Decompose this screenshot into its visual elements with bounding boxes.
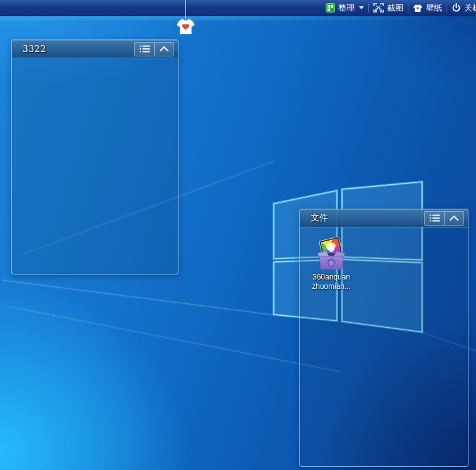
desktop: 整理 截图 壁纸 bbox=[0, 0, 476, 470]
toolbar-item-wallpaper[interactable]: 壁纸 bbox=[408, 0, 447, 16]
box-files-title: 文件 bbox=[311, 212, 328, 224]
360-software-box-icon bbox=[314, 238, 348, 271]
list-view-icon bbox=[429, 214, 440, 222]
desktop-box-files: 文件 bbox=[299, 209, 468, 467]
box-files-header[interactable]: 文件 bbox=[300, 209, 468, 227]
toolbar-label-wallpaper: 壁纸 bbox=[426, 3, 442, 14]
toolbar-label-organize: 整理 bbox=[338, 3, 354, 14]
toolbar-item-shutdown[interactable]: 关机 bbox=[447, 0, 476, 16]
box-3322-title: 3322 bbox=[23, 44, 46, 54]
box-3322-header[interactable]: 3322 bbox=[12, 40, 178, 58]
chevron-down-icon[interactable] bbox=[359, 6, 364, 9]
box-files-header-buttons bbox=[424, 211, 464, 226]
desktop-box-3322: 3322 bbox=[11, 39, 178, 274]
box-3322-list-view-button[interactable] bbox=[134, 42, 154, 56]
box-3322-header-buttons bbox=[134, 42, 174, 56]
toolbar-item-organize[interactable]: 整理 bbox=[321, 0, 368, 16]
box-files-collapse-button[interactable] bbox=[444, 211, 464, 226]
desktop-icon-360anquan-zhuomian[interactable]: 360anquan zhuomian... bbox=[300, 238, 363, 291]
ornament-string bbox=[185, 0, 186, 19]
box-3322-collapse-button[interactable] bbox=[154, 42, 174, 56]
chevron-up-icon bbox=[159, 46, 169, 52]
box-files-list-view-button[interactable] bbox=[424, 211, 444, 226]
toolbar-label-shutdown: 关机 bbox=[464, 3, 476, 14]
organize-grid-icon bbox=[326, 3, 335, 13]
list-view-icon bbox=[139, 44, 150, 53]
icon-label-line1: 360anquan bbox=[313, 273, 350, 282]
icon-label-line2: zhuomian... bbox=[312, 282, 351, 291]
tshirt-heart-icon bbox=[176, 18, 195, 35]
wallpaper-glow-strip bbox=[0, 16, 476, 22]
screenshot-icon bbox=[373, 3, 384, 13]
toolbar-item-screenshot[interactable]: 截图 bbox=[369, 0, 408, 16]
tshirt-icon bbox=[413, 4, 423, 13]
organizer-toolbar: 整理 截图 壁纸 bbox=[0, 0, 476, 16]
chevron-up-icon bbox=[449, 215, 459, 221]
power-icon bbox=[452, 3, 461, 13]
toolbar-label-screenshot: 截图 bbox=[387, 3, 403, 14]
